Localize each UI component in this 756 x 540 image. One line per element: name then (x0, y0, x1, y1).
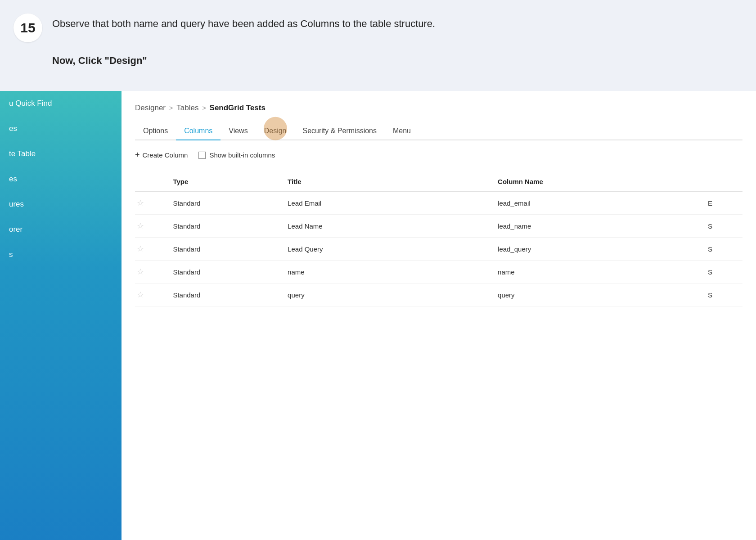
create-column-button[interactable]: + Create Column (135, 150, 188, 160)
title-cell: Lead Name (284, 215, 494, 238)
sidebar-item-create-table[interactable]: te Table (0, 141, 122, 166)
tab-design-wrapper: Design (256, 122, 295, 140)
columns-table: Type Title Column Name ☆StandardLead Ema… (135, 172, 742, 306)
colname-cell: query (494, 284, 704, 306)
star-cell[interactable]: ☆ (135, 191, 169, 215)
content-area: Designer > Tables > SendGrid Tests Optio… (122, 91, 756, 540)
table-row: ☆StandardLead Emaillead_emailE (135, 191, 742, 215)
star-cell[interactable]: ☆ (135, 238, 169, 261)
toolbar: + Create Column Show built-in columns (135, 150, 742, 160)
extra-cell: S (704, 284, 742, 306)
col-header-extra (704, 172, 742, 191)
sidebar-item-es1[interactable]: es (0, 116, 122, 141)
table-header-row: Type Title Column Name (135, 172, 742, 191)
star-icon[interactable]: ☆ (137, 198, 144, 207)
tab-views[interactable]: Views (220, 122, 256, 140)
star-icon[interactable]: ☆ (137, 244, 144, 253)
main-layout: u Quick Find es te Table es ures orer s (0, 91, 756, 540)
col-header-title: Title (284, 172, 494, 191)
sidebar-item-quickfind[interactable]: u Quick Find (0, 91, 122, 116)
star-icon[interactable]: ☆ (137, 267, 144, 276)
sidebar-item-es2[interactable]: es (0, 166, 122, 192)
sub-instruction: Now, Click "Design" (52, 55, 734, 67)
show-builtin-label: Show built-in columns (209, 151, 275, 159)
step-text: Observe that both name and query have be… (52, 14, 435, 31)
colname-cell: lead_name (494, 215, 704, 238)
create-column-label: Create Column (143, 151, 188, 159)
table-row: ☆StandardLead Namelead_nameS (135, 215, 742, 238)
show-builtin-checkbox[interactable] (198, 152, 206, 159)
tab-security[interactable]: Security & Permissions (294, 122, 385, 140)
extra-cell: S (704, 238, 742, 261)
tab-columns[interactable]: Columns (176, 122, 220, 140)
table-row: ☆StandardLead Querylead_queryS (135, 238, 742, 261)
breadcrumb-current: SendGrid Tests (210, 104, 266, 112)
title-cell: Lead Email (284, 191, 494, 215)
col-header-star (135, 172, 169, 191)
breadcrumb-sep-2: > (202, 104, 206, 112)
type-cell: Standard (169, 191, 284, 215)
extra-cell: S (704, 215, 742, 238)
extra-cell: S (704, 261, 742, 284)
plus-icon: + (135, 150, 140, 160)
breadcrumb: Designer > Tables > SendGrid Tests (135, 104, 742, 112)
col-header-colname: Column Name (494, 172, 704, 191)
sidebar-item-ures[interactable]: ures (0, 192, 122, 217)
show-builtin-checkbox-label[interactable]: Show built-in columns (198, 151, 275, 159)
breadcrumb-tables[interactable]: Tables (176, 104, 198, 112)
star-cell[interactable]: ☆ (135, 284, 169, 306)
sidebar-item-orer[interactable]: orer (0, 217, 122, 242)
breadcrumb-sep-1: > (169, 104, 173, 112)
table-row: ☆StandardnamenameS (135, 261, 742, 284)
title-cell: query (284, 284, 494, 306)
breadcrumb-designer[interactable]: Designer (135, 104, 166, 112)
colname-cell: name (494, 261, 704, 284)
sidebar: u Quick Find es te Table es ures orer s (0, 91, 122, 540)
instruction-area: 15 Observe that both name and query have… (0, 0, 756, 91)
tab-menu[interactable]: Menu (385, 122, 419, 140)
title-cell: name (284, 261, 494, 284)
tab-design[interactable]: Design (256, 122, 295, 140)
star-cell[interactable]: ☆ (135, 261, 169, 284)
star-icon[interactable]: ☆ (137, 221, 144, 230)
tab-options[interactable]: Options (135, 122, 176, 140)
title-cell: Lead Query (284, 238, 494, 261)
type-cell: Standard (169, 238, 284, 261)
colname-cell: lead_query (494, 238, 704, 261)
sidebar-item-s[interactable]: s (0, 242, 122, 267)
star-cell[interactable]: ☆ (135, 215, 169, 238)
table-row: ☆StandardqueryqueryS (135, 284, 742, 306)
type-cell: Standard (169, 261, 284, 284)
type-cell: Standard (169, 215, 284, 238)
col-header-type: Type (169, 172, 284, 191)
star-icon[interactable]: ☆ (137, 290, 144, 299)
colname-cell: lead_email (494, 191, 704, 215)
step-number: 15 (14, 14, 42, 42)
step-header: 15 Observe that both name and query have… (14, 14, 734, 42)
type-cell: Standard (169, 284, 284, 306)
extra-cell: E (704, 191, 742, 215)
tabs-bar: Options Columns Views Design Security & … (135, 122, 742, 140)
